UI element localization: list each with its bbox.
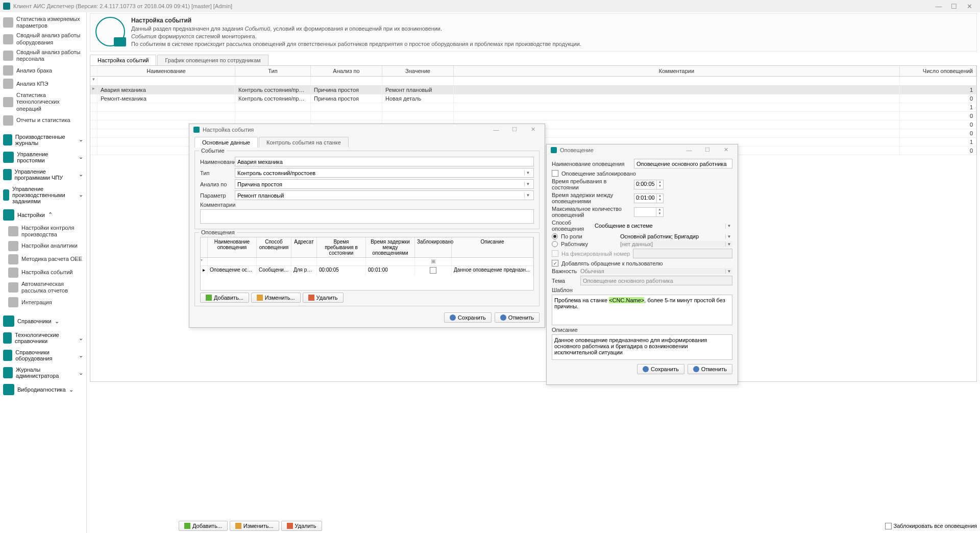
sidebar-group-label: Производственные журналы [15,134,76,146]
by-worker-radio[interactable] [552,241,558,247]
event-name-input[interactable] [235,157,534,166]
add-notification-button[interactable]: Добавить... [200,293,249,303]
add-salutation-checkbox[interactable]: ✓ [552,260,558,266]
col-header[interactable]: Анализ по [311,66,382,76]
add-event-button[interactable]: Добавить... [179,521,228,531]
event-param-combo[interactable]: Ремонт плановый▼ [235,190,534,200]
minimize-button[interactable]: — [931,3,946,10]
col-header[interactable]: Заблокировано [415,237,452,257]
sidebar-group-label: Управление программами ЧПУ [15,168,76,181]
sidebar-group[interactable]: Управление программами ЧПУ⌄ [0,166,86,183]
dialog-minimize-button[interactable]: — [681,147,697,153]
gear-icon [3,209,14,221]
blocked-checkbox[interactable] [552,170,558,177]
cell: 1 [900,138,976,146]
edit-notification-button[interactable]: Изменить... [251,293,301,303]
method-combo[interactable]: Сообщение в системе▼ [595,223,732,229]
dialog-minimize-button[interactable]: — [488,127,504,133]
sidebar-group-label: Справочники [17,318,52,324]
sidebar-group-label: Технологические справочники [15,332,76,344]
delete-notification-button[interactable]: Удалить [303,293,344,303]
sidebar-item[interactable]: Интеграция [5,296,86,309]
delay-spinner[interactable]: 0:01:00▲▼ [634,193,664,203]
sidebar-item[interactable]: Сводный анализ работы оборудования [0,31,86,47]
sidebar-group[interactable]: Справочники оборудования⌄ [0,347,86,364]
template-textarea[interactable]: Проблема на станке <CNC.Name>, более 5-т… [552,295,732,325]
sidebar-group[interactable]: Вибродиагностика⌄ [0,381,86,398]
cancel-button[interactable]: Отменить [688,364,732,374]
save-button[interactable]: Сохранить [637,364,684,374]
sidebar-item[interactable]: Методика расчета OEE [5,253,86,266]
cell-checkbox[interactable] [415,266,452,276]
sidebar-item[interactable]: Статистика технологических операций [0,90,86,114]
sidebar-item[interactable]: Настройки аналитики [5,239,86,253]
worker-combo: [нет данных]▼ [620,241,732,247]
col-header[interactable]: Тип [235,66,311,76]
table-row[interactable]: 1 [90,103,976,112]
dialog-maximize-button[interactable]: ☐ [700,147,715,153]
sidebar-item[interactable]: Анализ КПЭ [0,77,86,90]
col-header[interactable]: Комментарии [454,66,900,76]
label: Тема [552,278,577,284]
col-header[interactable]: Время пребывания в состоянии [317,237,366,257]
delete-event-button[interactable]: Удалить [281,521,322,531]
tab-main-data[interactable]: Основные данные [194,137,258,148]
dialog-close-button[interactable]: ✕ [525,126,541,133]
cancel-button[interactable]: Отменить [495,312,540,323]
journal-icon [3,134,12,146]
role-combo[interactable]: Основной работник; Бригадир▼ [620,233,732,239]
sidebar-group[interactable]: Управление производственными заданиями⌄ [0,183,86,207]
subgrid-row[interactable]: ▸ Оповещение основ... Сообщение в ... Дл… [201,266,533,276]
sidebar-item[interactable]: Анализ брака [0,64,86,77]
col-header[interactable]: Время задержки между оповещениями [366,237,415,257]
col-header[interactable]: Наименование [97,66,235,76]
max-count-spinner[interactable]: ▲▼ [634,207,664,217]
description-textarea[interactable]: Данное оповещение предназначено для инфо… [552,334,732,360]
cell: Оповещение основ... [208,266,257,276]
col-header[interactable]: Наименование оповещения [208,237,257,257]
label: Способ оповещения [552,220,592,232]
col-header[interactable]: Способ оповещения [257,237,291,257]
notif-name-input[interactable] [634,159,732,168]
time-in-state-spinner[interactable]: 0:00:05▲▼ [634,180,664,189]
event-comment-textarea[interactable] [200,209,534,224]
sidebar-item-events[interactable]: Настройка событий [5,266,86,279]
col-header[interactable]: Адресат [291,237,317,257]
cell: Контроль состояния/причины п... [235,94,311,103]
dialog-maximize-button[interactable]: ☐ [507,126,522,133]
sidebar-item[interactable]: Настройки контроля производства [5,223,86,239]
sidebar-group[interactable]: Справочники⌄ [0,313,86,329]
block-all-checkbox[interactable] [885,523,892,529]
sidebar-group[interactable]: Производственные журналы⌄ [0,131,86,149]
sidebar-group[interactable]: Технологические справочники⌄ [0,329,86,347]
tab-machine-control[interactable]: Контроль события на станке [259,137,349,148]
label: Работнику [561,241,617,247]
sidebar-item[interactable]: Сводный анализ работы персонала [0,47,86,64]
sidebar-group-settings[interactable]: Настройки⌃ [0,207,86,223]
tab-events[interactable]: Настройка событий [90,55,156,65]
table-row[interactable]: 0 [90,112,976,120]
by-role-radio[interactable] [552,233,558,239]
dialog-close-button[interactable]: ✕ [718,147,733,153]
chevron-up-icon: ⌃ [48,211,53,218]
sidebar-group[interactable]: Управление простоями⌄ [0,149,86,166]
col-header[interactable]: Число оповещений [900,66,976,76]
event-analiz-combo[interactable]: Причина простоя▼ [235,179,534,189]
close-button[interactable]: ✕ [962,3,977,10]
importance-combo: Обычная▼ [580,268,732,274]
table-row[interactable]: ▸ Авария механика Контроль состояния/при… [90,86,976,94]
sidebar-group[interactable]: Журналы администратора⌄ [0,364,86,381]
table-row[interactable]: Ремонт-механика Контроль состояния/причи… [90,94,976,103]
edit-event-button[interactable]: Изменить... [230,521,279,531]
col-header[interactable]: Значение [382,66,454,76]
tab-schedule[interactable]: График оповещения по сотрудникам [157,55,268,65]
maximize-button[interactable]: ☐ [946,3,962,10]
label-analiz: Анализ по [200,181,233,187]
sidebar-item[interactable]: Отчеты и статистика [0,114,86,127]
sidebar-item[interactable]: Статистика измеряемых параметров [0,14,86,31]
label: Важность [552,268,577,274]
save-button[interactable]: Сохранить [444,312,492,323]
sidebar-item[interactable]: Автоматическая рассылка отчетов [5,279,86,296]
event-type-combo[interactable]: Контроль состояний/простоев▼ [235,168,534,178]
col-header[interactable]: Описание [452,237,533,257]
